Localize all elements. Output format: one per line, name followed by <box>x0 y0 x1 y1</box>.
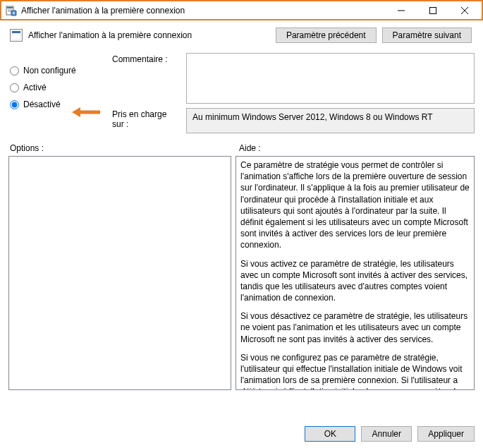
gpo-policy-icon <box>6 5 17 16</box>
radio-not-configured-input[interactable] <box>10 66 19 75</box>
state-radio-group: Non configuré Activé Désactivé <box>10 53 112 133</box>
radio-enabled[interactable]: Activé <box>10 83 112 92</box>
help-label: Aide : <box>239 143 475 153</box>
radio-disabled-input[interactable] <box>10 100 19 109</box>
help-paragraph: Si vous ne configurez pas ce paramètre d… <box>240 352 470 390</box>
cancel-button[interactable]: Annuler <box>361 426 412 442</box>
comment-field[interactable] <box>186 53 475 104</box>
radio-enabled-input[interactable] <box>10 83 19 92</box>
close-button[interactable] <box>448 1 480 19</box>
maximize-button[interactable] <box>417 1 448 19</box>
radio-not-configured-label: Non configuré <box>23 66 76 75</box>
window-title: Afficher l'animation à la première conne… <box>21 6 385 16</box>
supported-on-label: Pris en charge sur : <box>112 108 179 129</box>
next-setting-button[interactable]: Paramètre suivant <box>382 28 472 43</box>
options-label: Options : <box>10 143 239 153</box>
minimize-icon <box>398 7 405 14</box>
supported-on-value: Au minimum Windows Server 2012, Windows … <box>192 112 433 122</box>
help-paragraph: Ce paramètre de stratégie vous permet de… <box>240 159 470 251</box>
help-paragraph: Si vous activez ce paramètre de stratégi… <box>240 258 470 304</box>
header-row: Afficher l'animation à la première conne… <box>0 20 483 46</box>
apply-button[interactable]: Appliquer <box>417 426 475 442</box>
ok-button[interactable]: OK <box>305 426 355 442</box>
svg-rect-4 <box>11 11 16 16</box>
comment-label: Commentaire : <box>112 53 179 64</box>
help-paragraph: Si vous désactivez ce paramètre de strat… <box>240 310 470 345</box>
help-pane[interactable]: Ce paramètre de stratégie vous permet de… <box>236 156 475 390</box>
previous-setting-button[interactable]: Paramètre précédent <box>276 28 377 43</box>
maximize-icon <box>429 7 436 14</box>
annotation-arrow <box>72 105 100 119</box>
policy-title: Afficher l'animation à la première conne… <box>28 30 276 40</box>
radio-enabled-label: Activé <box>23 83 47 92</box>
svg-rect-8 <box>429 7 436 13</box>
title-bar: Afficher l'animation à la première conne… <box>0 0 483 20</box>
svg-rect-1 <box>7 7 13 8</box>
options-pane <box>8 156 231 390</box>
minimize-button[interactable] <box>385 1 417 19</box>
radio-not-configured[interactable]: Non configuré <box>10 66 112 75</box>
close-icon <box>461 7 468 14</box>
svg-rect-5 <box>13 12 15 13</box>
radio-disabled-label: Désactivé <box>23 99 61 109</box>
dialog-buttons: OK Annuler Appliquer <box>0 420 483 448</box>
svg-rect-6 <box>13 13 15 14</box>
supported-on-field: Au minimum Windows Server 2012, Windows … <box>186 108 475 133</box>
policy-icon <box>10 29 23 42</box>
